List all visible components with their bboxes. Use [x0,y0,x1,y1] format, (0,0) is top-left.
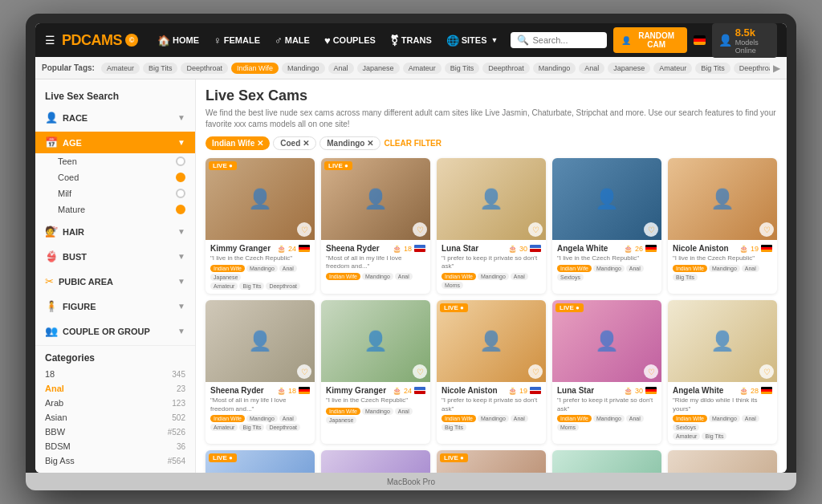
figure-chevron-icon: ▼ [177,302,185,311]
cam-card[interactable]: 👤 ♡ Angela White 🎂 26 "I live in the Cze… [552,158,661,294]
age-filter-item[interactable]: Teen [35,153,195,169]
cam-thumbnail: 👤 LIVE ● ♡ [206,450,315,473]
cam-extra-tag: Amateur [210,424,238,431]
cam-age: 🎂 18 [393,245,412,253]
remove-filter-icon[interactable]: ✕ [257,139,263,148]
popular-tag-pill[interactable]: Japanese [608,63,650,74]
category-label: 18 [45,369,169,379]
cam-country-flag [530,245,541,252]
cam-card[interactable]: 👤 ♡ Angela White 🎂 28 "Ride my dildo whi… [668,300,777,444]
category-item[interactable]: Big Ass#564 [35,453,195,468]
remove-filter-icon[interactable]: ✕ [367,139,373,148]
heart-button[interactable]: ♡ [759,222,774,237]
cam-card[interactable]: 👤 LIVE ● ♡ Luna Star 🎂 30 Indian WifeMan… [437,450,546,473]
filter-figure-header[interactable]: 🧍 FIGURE ▼ [35,295,195,317]
popular-tag-pill[interactable]: Anal [579,63,604,74]
filter-age-header[interactable]: 📅 AGE ▼ [35,132,195,153]
hair-icon: 💇 [45,226,58,238]
popular-tag-pill[interactable]: Indian Wife [231,63,279,74]
cam-country-flag [414,387,425,394]
category-item[interactable]: 18345 [35,367,195,381]
cam-card[interactable]: 👤 ♡ Kimmy Granger 🎂 24 "I live in the Cz… [321,300,430,444]
nav-sites[interactable]: 🌐 SITES ▼ [440,31,505,50]
age-filter-item[interactable]: Coed [35,169,195,185]
filter-couple-header[interactable]: 👥 COUPLE OR GROUP ▼ [35,320,195,342]
popular-tag-pill[interactable]: Deepthroat [482,63,530,74]
cam-performer-name: Kimmy Granger [210,244,275,253]
category-item[interactable]: Arab123 [35,396,195,410]
heart-button[interactable]: ♡ [297,222,311,237]
remove-filter-icon[interactable]: ✕ [303,139,309,148]
cam-card[interactable]: 👤 LIVE ● ♡ Kimmy Granger 🎂 24 "I live in… [206,158,315,294]
age-filter-item[interactable]: Milf [35,185,195,201]
cam-card[interactable]: 👤 ♡ Sheena Ryder 🎂 18 "Most of all in my… [206,300,315,444]
nav-female[interactable]: ♀ FEMALE [207,31,267,50]
filter-hair-header[interactable]: 💇 HAIR ▼ [35,221,195,242]
clear-filter-button[interactable]: CLEAR FILTER [384,139,441,148]
nav-home[interactable]: 🏠 HOME [151,31,206,50]
category-item[interactable]: Anal23 [35,381,195,396]
tags-scroll-right[interactable]: ▶ [773,63,780,74]
cam-card[interactable]: 👤 ♡ Nicole Aniston 🎂 19 Indian WifeMandi… [668,450,777,473]
popular-tag-pill[interactable]: Mandingo [282,63,325,74]
cam-tag: Indian Wife [210,415,245,422]
cam-card[interactable]: 👤 ♡ Nicole Aniston 🎂 19 "I live in the C… [668,158,777,294]
heart-button[interactable]: ♡ [528,222,543,237]
filter-pubic-header[interactable]: ✂ PUBIC AREA ▼ [35,270,195,292]
cam-card[interactable]: 👤 LIVE ● ♡ Kimmy Granger 🎂 24 Indian Wif… [206,450,315,473]
popular-tag-pill[interactable]: Deepthroat [734,63,770,74]
cam-card[interactable]: 👤 LIVE ● ♡ Nicole Aniston 🎂 19 "I prefer… [437,300,546,444]
cam-thumbnail: 👤 ♡ [437,158,546,240]
cam-age: 🎂 26 [624,245,643,253]
country-flag[interactable] [694,35,706,45]
active-filters-bar: Indian Wife✕Coed✕Mandingo✕ CLEAR FILTER [206,136,777,150]
random-cam-button[interactable]: 👤 RANDOM CAM [613,27,687,53]
cam-card[interactable]: 👤 ♡ Angela White 🎂 26 Indian WifeManding… [552,450,661,473]
cam-quote: "I prefer to keep it private so don't as… [557,396,657,413]
active-filter-tag[interactable]: Coed✕ [273,136,316,150]
filter-bust-header[interactable]: 👙 BUST ▼ [35,246,195,267]
popular-tag-pill[interactable]: Anal [328,63,354,74]
popular-tag-pill[interactable]: Mandingo [533,63,576,74]
cam-card[interactable]: 👤 LIVE ● ♡ Luna Star 🎂 30 "I prefer to k… [552,300,661,444]
popular-tag-pill[interactable]: Amateur [653,63,692,74]
nav-trans[interactable]: ⚧ TRANS [384,31,438,50]
cam-performer-name: Nicole Aniston [442,386,506,395]
cam-card[interactable]: 👤 LIVE ● ♡ Sheena Ryder 🎂 18 "Most of al… [321,158,430,294]
cam-card[interactable]: 👤 ♡ Luna Star 🎂 30 "I prefer to keep it … [437,158,546,294]
models-label: Models Online [735,39,771,55]
cam-thumbnail: 👤 LIVE ● ♡ [206,158,315,240]
race-icon: 👤 [45,112,58,124]
filter-race-header[interactable]: 👤 RACE ▼ [35,107,195,128]
cam-placeholder-icon: 👤 [595,330,619,352]
popular-tag-pill[interactable]: Big Tits [445,63,480,74]
cam-placeholder-icon: 👤 [364,330,388,352]
heart-button[interactable]: ♡ [413,222,427,237]
popular-tag-pill[interactable]: Big Tits [695,63,730,74]
filter-couple-group: 👥 COUPLE OR GROUP ▼ [35,320,195,342]
popular-tag-pill[interactable]: Amateur [403,63,442,74]
category-item[interactable]: BDSM36 [35,439,195,453]
popular-tag-pill[interactable]: Big Tits [143,63,178,74]
nav-male[interactable]: ♂ MALE [268,31,316,50]
cam-tag: Mandingo [709,415,740,422]
category-item[interactable]: BBW#526 [35,425,195,439]
heart-button[interactable]: ♡ [644,222,658,237]
cam-age: 🎂 19 [508,387,527,395]
search-bar[interactable]: 🔍 [511,32,606,48]
popular-tag-pill[interactable]: Japanese [357,63,400,74]
search-input[interactable] [532,35,600,45]
cam-extra-tag: Amateur [210,282,238,290]
popular-tag-pill[interactable]: Amateur [101,63,140,74]
age-filter-item[interactable]: Mature [35,201,195,217]
active-filter-tag[interactable]: Indian Wife✕ [206,136,270,150]
cam-placeholder-icon: 👤 [595,188,619,210]
category-item[interactable]: Asian502 [35,410,195,425]
cam-card[interactable]: 👤 ♡ Sheena Ryder 🎂 18 Indian WifeManding… [321,450,430,473]
site-logo[interactable]: ☰ PDCAMS © [45,32,138,49]
filter-hair: 💇 HAIR ▼ [35,221,195,242]
active-filter-tag[interactable]: Mandingo✕ [319,136,380,150]
popular-tag-pill[interactable]: Deepthroat [181,63,228,74]
nav-couples[interactable]: ♥ COUPLES [318,31,382,50]
hamburger-icon[interactable]: ☰ [45,34,55,47]
